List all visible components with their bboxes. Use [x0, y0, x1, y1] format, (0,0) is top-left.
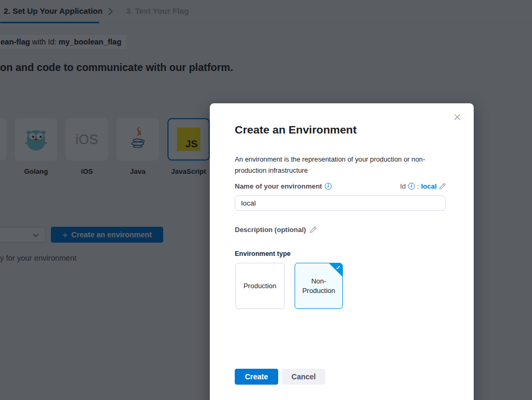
environment-id-value: local [421, 182, 437, 190]
environment-id-group: Id i : local [400, 182, 446, 190]
create-environment-modal: ✕ Create an Environment An environment i… [210, 103, 474, 400]
environment-type-cards: Production ✓ Non-Production [235, 263, 343, 309]
environment-type-label: Environment type [235, 250, 291, 257]
env-type-non-production-card[interactable]: ✓ Non-Production [295, 263, 343, 309]
description-optional-row: Description (optional) [235, 226, 317, 234]
environment-name-label-text: Name of your environment [235, 182, 322, 190]
close-icon[interactable]: ✕ [450, 111, 464, 125]
description-optional-label: Description (optional) [235, 226, 306, 234]
env-type-non-production-label: Non-Production [297, 277, 340, 295]
edit-id-pencil-icon[interactable] [439, 183, 446, 190]
environment-name-input[interactable] [235, 195, 446, 211]
cancel-button[interactable]: Cancel [282, 369, 325, 385]
info-icon: i [325, 183, 332, 190]
env-type-production-card[interactable]: Production [235, 263, 285, 309]
env-type-production-label: Production [243, 281, 276, 291]
id-colon: : [417, 182, 419, 190]
modal-title: Create an Environment [235, 123, 357, 136]
id-label: Id [400, 182, 406, 190]
name-label-row: Name of your environment i Id i : local [235, 182, 446, 190]
info-icon: i [408, 183, 415, 190]
edit-description-pencil-icon[interactable] [309, 226, 317, 234]
environment-name-label: Name of your environment i [235, 182, 332, 190]
selected-corner-badge: ✓ [329, 263, 343, 277]
create-button[interactable]: Create [235, 369, 278, 385]
check-icon: ✓ [336, 264, 341, 272]
modal-button-row: Create Cancel [235, 369, 325, 385]
modal-description: An environment is the representation of … [235, 154, 449, 176]
